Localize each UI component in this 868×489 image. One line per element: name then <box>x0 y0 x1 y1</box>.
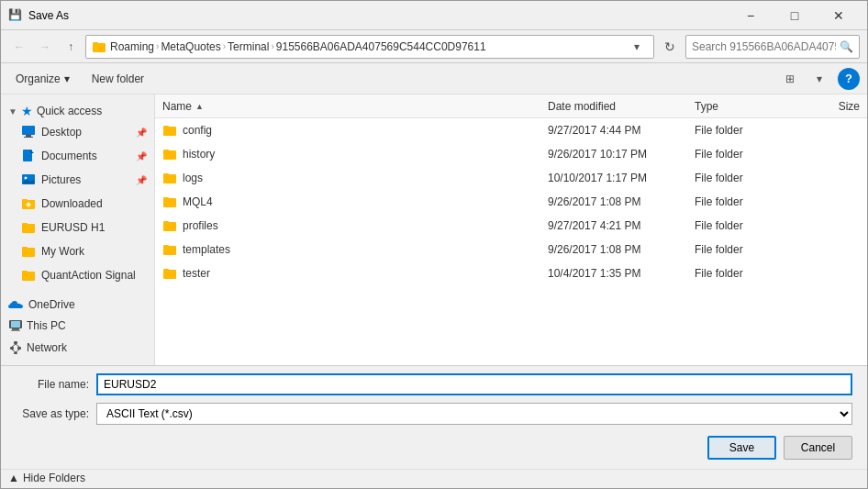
maximize-button[interactable]: □ <box>773 1 816 30</box>
downloaded-folder-icon <box>21 196 36 211</box>
svg-rect-42 <box>163 245 169 248</box>
file-name-cell: templates <box>162 242 548 257</box>
sidebar-item-eurusd-h1[interactable]: EURUSD H1 <box>1 216 154 239</box>
save-button[interactable]: Save <box>707 436 776 460</box>
sidebar-my-work-label: My Work <box>41 245 84 258</box>
folder-icon <box>162 171 177 185</box>
svg-rect-3 <box>26 135 31 137</box>
pin-icon: 📌 <box>136 175 147 185</box>
forward-button[interactable]: → <box>34 36 56 58</box>
sort-arrow-icon: ▲ <box>195 102 204 111</box>
svg-rect-14 <box>22 223 28 226</box>
sidebar-item-downloaded[interactable]: Downloaded <box>1 192 154 216</box>
onedrive-section[interactable]: OneDrive <box>1 293 154 313</box>
col-date-label: Date modified <box>548 100 616 113</box>
table-row[interactable]: logs 10/10/2017 1:17 PM File folder <box>155 166 867 190</box>
file-name-cell: MQL4 <box>162 194 548 209</box>
organize-button[interactable]: Organize ▾ <box>8 67 77 91</box>
window-controls: − □ ✕ <box>729 1 860 30</box>
col-name-header[interactable]: Name ▲ <box>162 100 548 113</box>
table-row[interactable]: profiles 9/27/2017 4:21 PM File folder <box>155 214 867 238</box>
network-section[interactable]: Network <box>1 335 154 357</box>
pin-icon: 📌 <box>136 151 147 161</box>
sidebar-downloaded-label: Downloaded <box>41 197 103 210</box>
sidebar-item-quantaction[interactable]: QuantAction Signal <box>1 263 154 287</box>
table-row[interactable]: tester 10/4/2017 1:35 PM File folder <box>155 261 867 285</box>
col-type-label: Type <box>695 100 718 113</box>
table-row[interactable]: config 9/27/2017 4:44 PM File folder <box>155 118 867 142</box>
sidebar-item-my-work[interactable]: My Work <box>1 239 154 263</box>
help-button[interactable]: ? <box>838 68 860 90</box>
minimize-button[interactable]: − <box>729 1 772 30</box>
folder-icon <box>162 194 177 209</box>
file-name-cell: tester <box>162 266 548 281</box>
savetype-label: Save as type: <box>16 407 89 420</box>
address-bar[interactable]: Roaming › MetaQuotes › Terminal › 915566… <box>85 35 654 59</box>
svg-line-30 <box>16 350 19 352</box>
documents-icon <box>21 149 36 163</box>
window-icon: 💾 <box>8 8 23 23</box>
cancel-button[interactable]: Cancel <box>784 436 852 460</box>
refresh-button[interactable]: ↻ <box>658 35 682 59</box>
up-button[interactable]: ↑ <box>60 36 82 58</box>
svg-rect-32 <box>163 126 169 128</box>
svg-rect-11 <box>22 199 28 202</box>
hide-folders-label: Hide Folders <box>23 472 85 484</box>
svg-rect-4 <box>24 137 33 138</box>
file-type-cell: File folder <box>695 148 786 161</box>
sidebar-item-desktop[interactable]: Desktop 📌 <box>1 120 154 144</box>
col-date-header[interactable]: Date modified <box>548 100 695 113</box>
svg-rect-38 <box>163 197 169 200</box>
svg-rect-36 <box>163 173 169 176</box>
file-date-cell: 9/26/2017 10:17 PM <box>548 148 695 161</box>
savetype-select[interactable]: ASCII Text (*.csv) <box>96 403 852 425</box>
pictures-icon <box>21 172 36 187</box>
hide-folders-chevron-icon: ▲ <box>8 472 19 484</box>
filename-input[interactable] <box>96 373 852 395</box>
view-options-button[interactable]: ⊞ <box>779 68 801 90</box>
thispc-icon <box>8 318 23 333</box>
bottom-area: File name: Save as type: ASCII Text (*.c… <box>1 365 867 488</box>
address-dropdown-button[interactable]: ▾ <box>626 36 648 58</box>
table-row[interactable]: history 9/26/2017 10:17 PM File folder <box>155 142 867 166</box>
quick-access-label: Quick access <box>37 105 102 117</box>
svg-rect-44 <box>163 269 169 272</box>
svg-marker-6 <box>30 150 34 153</box>
quick-access-section[interactable]: ▼ ★ Quick access <box>1 98 154 120</box>
col-name-label: Name <box>162 100 192 113</box>
hide-folders-button[interactable]: ▲ Hide Folders <box>8 472 85 484</box>
pin-icon: 📌 <box>136 128 147 138</box>
thispc-section[interactable]: This PC <box>1 313 154 335</box>
toolbar: ← → ↑ Roaming › MetaQuotes › Terminal › … <box>1 30 867 63</box>
table-row[interactable]: MQL4 9/26/2017 1:08 PM File folder <box>155 190 867 214</box>
sidebar-item-pictures[interactable]: Pictures 📌 <box>1 168 154 192</box>
new-folder-button[interactable]: New folder <box>84 67 151 91</box>
svg-rect-24 <box>10 347 14 350</box>
col-size-header[interactable]: Size <box>786 100 860 113</box>
sidebar-quantaction-label: QuantAction Signal <box>41 269 136 282</box>
table-row[interactable]: templates 9/26/2017 1:08 PM File folder <box>155 238 867 261</box>
svg-rect-34 <box>163 150 169 152</box>
file-name-cell: history <box>162 147 548 161</box>
sidebar-item-documents[interactable]: Documents 📌 <box>1 144 154 168</box>
sidebar-desktop-label: Desktop <box>41 126 82 139</box>
savetype-row: Save as type: ASCII Text (*.csv) <box>1 399 867 432</box>
view-dropdown-button[interactable]: ▾ <box>808 68 830 90</box>
back-button[interactable]: ← <box>8 36 30 58</box>
eurusd-folder-icon <box>21 220 36 235</box>
onedrive-icon <box>8 299 25 310</box>
close-button[interactable]: ✕ <box>818 1 860 30</box>
col-type-header[interactable]: Type <box>695 100 786 113</box>
svg-rect-26 <box>14 352 17 354</box>
view-icon: ⊞ <box>785 72 795 85</box>
save-as-dialog: 💾 Save As − □ ✕ ← → ↑ Roaming › MetaQuot… <box>0 0 868 489</box>
window-title: Save As <box>28 9 729 22</box>
svg-line-28 <box>16 344 19 347</box>
sidebar-eurusd-label: EURUSD H1 <box>41 221 105 234</box>
quick-access-chevron-icon: ▼ <box>8 106 17 117</box>
search-input[interactable] <box>692 40 836 53</box>
folder-icon <box>162 266 177 281</box>
title-bar: 💾 Save As − □ ✕ <box>1 1 867 30</box>
file-rows-container: config 9/27/2017 4:44 PM File folder his… <box>155 118 867 285</box>
search-box[interactable]: 🔍 <box>685 35 860 59</box>
